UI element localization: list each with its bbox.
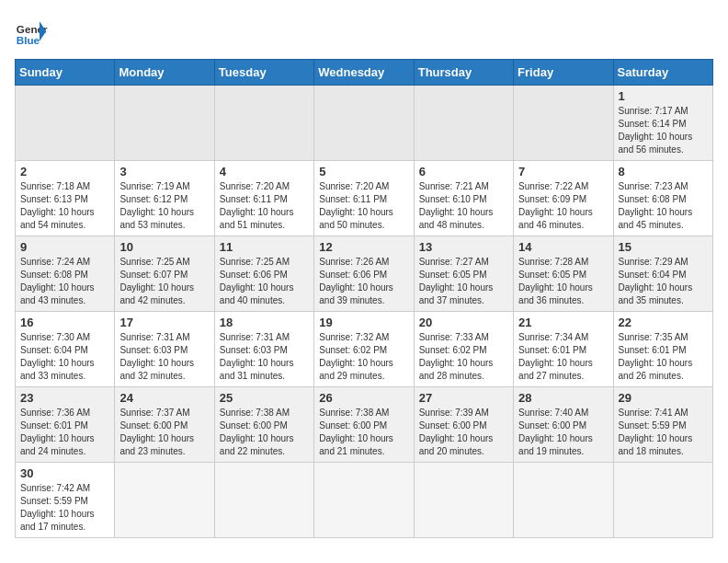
day-info: Sunrise: 7:27 AM Sunset: 6:05 PM Dayligh…: [419, 256, 508, 307]
day-info: Sunrise: 7:31 AM Sunset: 6:03 PM Dayligh…: [220, 331, 309, 383]
day-info: Sunrise: 7:19 AM Sunset: 6:12 PM Dayligh…: [119, 180, 209, 232]
day-number: 14: [518, 240, 608, 254]
day-info: Sunrise: 7:25 AM Sunset: 6:06 PM Dayligh…: [220, 256, 309, 307]
calendar-cell: [514, 86, 613, 161]
calendar-week-2: 2Sunrise: 7:18 AM Sunset: 6:13 PM Daylig…: [16, 161, 713, 236]
calendar-cell: 20Sunrise: 7:33 AM Sunset: 6:02 PM Dayli…: [414, 312, 513, 387]
day-info: Sunrise: 7:36 AM Sunset: 6:01 PM Dayligh…: [20, 407, 109, 458]
calendar-week-5: 23Sunrise: 7:36 AM Sunset: 6:01 PM Dayli…: [16, 387, 713, 463]
calendar-cell: 13Sunrise: 7:27 AM Sunset: 6:05 PM Dayli…: [414, 236, 513, 312]
calendar-cell: 8Sunrise: 7:23 AM Sunset: 6:08 PM Daylig…: [613, 161, 712, 236]
calendar-cell: [16, 86, 115, 161]
calendar-cell: [414, 463, 513, 538]
day-number: 25: [220, 391, 309, 405]
day-number: 23: [20, 391, 109, 405]
weekday-header-friday: Friday: [514, 60, 613, 86]
day-info: Sunrise: 7:18 AM Sunset: 6:13 PM Dayligh…: [20, 180, 109, 232]
calendar-cell: [214, 463, 313, 538]
calendar-cell: 7Sunrise: 7:22 AM Sunset: 6:09 PM Daylig…: [514, 161, 613, 236]
page-header: General Blue: [15, 15, 713, 48]
day-number: 29: [619, 391, 708, 405]
calendar-cell: 5Sunrise: 7:20 AM Sunset: 6:11 PM Daylig…: [314, 161, 414, 236]
calendar-cell: 3Sunrise: 7:19 AM Sunset: 6:12 PM Daylig…: [115, 161, 214, 236]
calendar-cell: 10Sunrise: 7:25 AM Sunset: 6:07 PM Dayli…: [115, 236, 214, 312]
calendar-table: SundayMondayTuesdayWednesdayThursdayFrid…: [15, 59, 713, 538]
day-number: 12: [319, 240, 408, 254]
day-info: Sunrise: 7:37 AM Sunset: 6:00 PM Dayligh…: [119, 407, 209, 458]
calendar-cell: 19Sunrise: 7:32 AM Sunset: 6:02 PM Dayli…: [314, 312, 414, 387]
day-info: Sunrise: 7:30 AM Sunset: 6:04 PM Dayligh…: [20, 331, 109, 383]
weekday-header-thursday: Thursday: [414, 60, 513, 86]
day-number: 21: [518, 316, 608, 329]
day-info: Sunrise: 7:41 AM Sunset: 5:59 PM Dayligh…: [619, 407, 708, 458]
day-info: Sunrise: 7:23 AM Sunset: 6:08 PM Dayligh…: [619, 180, 708, 232]
day-info: Sunrise: 7:25 AM Sunset: 6:07 PM Dayligh…: [119, 256, 209, 307]
logo-icon: General Blue: [15, 15, 48, 48]
day-info: Sunrise: 7:39 AM Sunset: 6:00 PM Dayligh…: [419, 407, 508, 458]
day-number: 7: [518, 165, 608, 178]
weekday-header-tuesday: Tuesday: [214, 60, 313, 86]
calendar-cell: [115, 463, 214, 538]
day-number: 24: [119, 391, 209, 405]
day-number: 26: [319, 391, 408, 405]
calendar-cell: 9Sunrise: 7:24 AM Sunset: 6:08 PM Daylig…: [16, 236, 115, 312]
calendar-week-1: 1Sunrise: 7:17 AM Sunset: 6:14 PM Daylig…: [16, 86, 713, 161]
day-info: Sunrise: 7:24 AM Sunset: 6:08 PM Dayligh…: [20, 256, 109, 307]
calendar-cell: 12Sunrise: 7:26 AM Sunset: 6:06 PM Dayli…: [314, 236, 414, 312]
calendar-cell: 11Sunrise: 7:25 AM Sunset: 6:06 PM Dayli…: [214, 236, 313, 312]
calendar-cell: [613, 463, 712, 538]
calendar-cell: [115, 86, 214, 161]
calendar-cell: 17Sunrise: 7:31 AM Sunset: 6:03 PM Dayli…: [115, 312, 214, 387]
day-info: Sunrise: 7:32 AM Sunset: 6:02 PM Dayligh…: [319, 331, 408, 383]
calendar-cell: 15Sunrise: 7:29 AM Sunset: 6:04 PM Dayli…: [613, 236, 712, 312]
day-info: Sunrise: 7:17 AM Sunset: 6:14 PM Dayligh…: [619, 105, 708, 156]
day-info: Sunrise: 7:42 AM Sunset: 5:59 PM Dayligh…: [20, 482, 109, 534]
day-number: 4: [220, 165, 309, 178]
day-number: 1: [619, 89, 708, 103]
calendar-cell: 4Sunrise: 7:20 AM Sunset: 6:11 PM Daylig…: [214, 161, 313, 236]
day-info: Sunrise: 7:20 AM Sunset: 6:11 PM Dayligh…: [319, 180, 408, 232]
calendar-cell: 21Sunrise: 7:34 AM Sunset: 6:01 PM Dayli…: [514, 312, 613, 387]
day-info: Sunrise: 7:26 AM Sunset: 6:06 PM Dayligh…: [319, 256, 408, 307]
calendar-cell: [314, 463, 414, 538]
day-number: 28: [518, 391, 608, 405]
day-number: 22: [619, 316, 708, 329]
day-info: Sunrise: 7:38 AM Sunset: 6:00 PM Dayligh…: [220, 407, 309, 458]
day-number: 2: [20, 165, 109, 178]
day-number: 18: [220, 316, 309, 329]
day-info: Sunrise: 7:33 AM Sunset: 6:02 PM Dayligh…: [419, 331, 508, 383]
calendar-cell: 16Sunrise: 7:30 AM Sunset: 6:04 PM Dayli…: [16, 312, 115, 387]
calendar-cell: 30Sunrise: 7:42 AM Sunset: 5:59 PM Dayli…: [16, 463, 115, 538]
calendar-cell: [414, 86, 513, 161]
calendar-cell: 24Sunrise: 7:37 AM Sunset: 6:00 PM Dayli…: [115, 387, 214, 463]
weekday-header-row: SundayMondayTuesdayWednesdayThursdayFrid…: [16, 60, 713, 86]
day-number: 10: [119, 240, 209, 254]
day-number: 5: [319, 165, 408, 178]
calendar-cell: 28Sunrise: 7:40 AM Sunset: 6:00 PM Dayli…: [514, 387, 613, 463]
calendar-cell: 25Sunrise: 7:38 AM Sunset: 6:00 PM Dayli…: [214, 387, 313, 463]
svg-text:Blue: Blue: [17, 34, 40, 46]
day-info: Sunrise: 7:34 AM Sunset: 6:01 PM Dayligh…: [518, 331, 608, 383]
calendar-cell: 26Sunrise: 7:38 AM Sunset: 6:00 PM Dayli…: [314, 387, 414, 463]
day-info: Sunrise: 7:21 AM Sunset: 6:10 PM Dayligh…: [419, 180, 508, 232]
day-info: Sunrise: 7:28 AM Sunset: 6:05 PM Dayligh…: [518, 256, 608, 307]
calendar-week-6: 30Sunrise: 7:42 AM Sunset: 5:59 PM Dayli…: [16, 463, 713, 538]
calendar-cell: 2Sunrise: 7:18 AM Sunset: 6:13 PM Daylig…: [16, 161, 115, 236]
logo: General Blue: [15, 15, 48, 48]
day-number: 8: [619, 165, 708, 178]
calendar-cell: 6Sunrise: 7:21 AM Sunset: 6:10 PM Daylig…: [414, 161, 513, 236]
day-number: 13: [419, 240, 508, 254]
day-number: 17: [119, 316, 209, 329]
day-info: Sunrise: 7:22 AM Sunset: 6:09 PM Dayligh…: [518, 180, 608, 232]
calendar-cell: [514, 463, 613, 538]
calendar-cell: 27Sunrise: 7:39 AM Sunset: 6:00 PM Dayli…: [414, 387, 513, 463]
weekday-header-wednesday: Wednesday: [314, 60, 414, 86]
calendar-cell: 14Sunrise: 7:28 AM Sunset: 6:05 PM Dayli…: [514, 236, 613, 312]
day-number: 3: [119, 165, 209, 178]
calendar-week-4: 16Sunrise: 7:30 AM Sunset: 6:04 PM Dayli…: [16, 312, 713, 387]
day-number: 19: [319, 316, 408, 329]
calendar-cell: 1Sunrise: 7:17 AM Sunset: 6:14 PM Daylig…: [613, 86, 712, 161]
day-number: 15: [619, 240, 708, 254]
calendar-cell: [214, 86, 313, 161]
day-number: 30: [20, 466, 109, 480]
